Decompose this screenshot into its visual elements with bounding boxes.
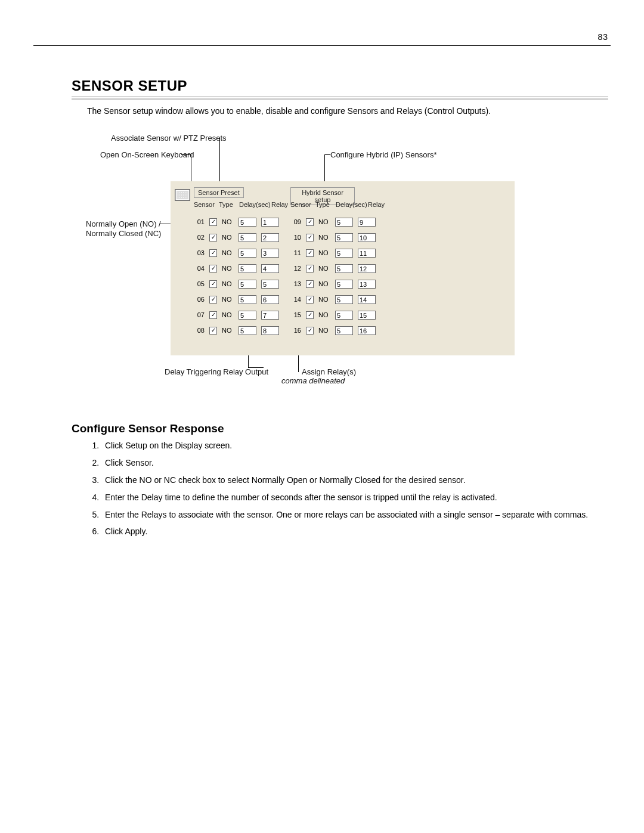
type-label: NO <box>222 327 234 334</box>
sensor-row: 10NO510 <box>290 230 395 245</box>
type-checkbox[interactable] <box>306 234 314 241</box>
callout-ptz: Associate Sensor w/ PTZ Presets <box>111 134 227 143</box>
delay-input[interactable]: 5 <box>239 249 256 258</box>
relay-input[interactable]: 4 <box>261 264 279 273</box>
type-checkbox[interactable] <box>209 311 217 319</box>
callout-keyboard: Open On-Screen Keyboard <box>100 150 194 159</box>
hdr-type: Type <box>219 201 239 208</box>
keyboard-icon[interactable] <box>175 189 190 201</box>
column-headers-left: Sensor Type Delay(sec) Relay <box>194 201 292 208</box>
relay-input[interactable]: 3 <box>261 249 279 258</box>
sensor-row: 14NO514 <box>290 292 395 307</box>
type-checkbox[interactable] <box>306 265 314 272</box>
hdr-delay: Delay(sec) <box>336 201 368 208</box>
relay-input[interactable]: 1 <box>261 218 279 227</box>
type-label: NO <box>318 218 330 225</box>
sensor-row: 04NO54 <box>194 261 298 276</box>
relay-input[interactable]: 9 <box>358 218 376 227</box>
delay-input[interactable]: 5 <box>239 326 256 335</box>
callout-line <box>181 154 191 155</box>
relay-input[interactable]: 16 <box>358 326 376 335</box>
sensor-row: 15NO515 <box>290 307 395 323</box>
relay-input[interactable]: 6 <box>261 295 279 304</box>
relay-input[interactable]: 14 <box>358 295 376 304</box>
header-rule <box>33 45 611 46</box>
sensor-id: 03 <box>194 249 205 256</box>
delay-input[interactable]: 5 <box>239 264 256 273</box>
sensor-id: 16 <box>290 327 301 334</box>
sensor-id: 01 <box>194 218 205 225</box>
type-checkbox[interactable] <box>306 249 314 257</box>
hdr-relay: Relay <box>368 201 388 208</box>
delay-input[interactable]: 5 <box>239 280 256 289</box>
type-label: NO <box>222 249 234 256</box>
callout-no-nc-2: Normally Closed (NC) <box>86 229 161 238</box>
delay-input[interactable]: 5 <box>335 249 353 258</box>
type-checkbox[interactable] <box>306 218 314 226</box>
page-title: SENSOR SETUP <box>72 78 608 94</box>
step-item: Enter the Relays to associate with the s… <box>101 509 608 521</box>
delay-input[interactable]: 5 <box>335 233 353 242</box>
intro-text: The Sensor setup window allows you to en… <box>87 106 608 116</box>
delay-input[interactable]: 5 <box>239 233 256 242</box>
type-checkbox[interactable] <box>306 296 314 304</box>
sensor-id: 08 <box>194 327 205 334</box>
type-checkbox[interactable] <box>209 218 217 226</box>
type-label: NO <box>318 249 330 256</box>
callout-assign-relay: Assign Relay(s) <box>302 367 356 376</box>
sensor-setup-diagram: Associate Sensor w/ PTZ Presets Open On-… <box>87 134 608 408</box>
steps-list: Click Setup on the Display screen.Click … <box>87 440 608 537</box>
delay-input[interactable]: 5 <box>239 218 256 227</box>
sensor-row: 08NO58 <box>194 323 298 338</box>
relay-input[interactable]: 10 <box>358 233 376 242</box>
type-label: NO <box>222 218 234 225</box>
relay-input[interactable]: 12 <box>358 264 376 273</box>
hdr-sensor: Sensor <box>194 201 219 208</box>
type-checkbox[interactable] <box>209 234 217 241</box>
delay-input[interactable]: 5 <box>335 280 353 289</box>
section-title: Configure Sensor Response <box>72 422 608 435</box>
type-label: NO <box>222 311 234 318</box>
relay-input[interactable]: 15 <box>358 311 376 320</box>
type-checkbox[interactable] <box>306 311 314 319</box>
type-label: NO <box>318 280 330 287</box>
sensor-row: 16NO516 <box>290 323 395 338</box>
type-label: NO <box>318 265 330 272</box>
delay-input[interactable]: 5 <box>335 218 353 227</box>
relay-input[interactable]: 8 <box>261 326 279 335</box>
relay-input[interactable]: 5 <box>261 280 279 289</box>
type-checkbox[interactable] <box>209 265 217 272</box>
type-checkbox[interactable] <box>209 280 217 288</box>
sensor-row: 01NO51 <box>194 214 298 230</box>
delay-input[interactable]: 5 <box>335 264 353 273</box>
sensor-id: 07 <box>194 311 205 318</box>
relay-input[interactable]: 7 <box>261 311 279 320</box>
delay-input[interactable]: 5 <box>239 295 256 304</box>
sensor-setup-panel: Sensor Preset Hybrid Sensor setup Sensor… <box>171 181 515 355</box>
delay-input[interactable]: 5 <box>335 295 353 304</box>
relay-input[interactable]: 2 <box>261 233 279 242</box>
delay-input[interactable]: 5 <box>335 326 353 335</box>
type-label: NO <box>222 280 234 287</box>
type-checkbox[interactable] <box>306 280 314 288</box>
title-rule <box>72 97 608 100</box>
type-checkbox[interactable] <box>209 249 217 257</box>
delay-input[interactable]: 5 <box>239 311 256 320</box>
sensor-row: 09NO59 <box>290 214 395 230</box>
sensor-id: 14 <box>290 296 301 303</box>
callout-line <box>219 138 220 185</box>
step-item: Click the NO or NC check box to select N… <box>101 475 608 486</box>
relay-input[interactable]: 11 <box>358 249 376 258</box>
type-label: NO <box>318 234 330 241</box>
sensor-row: 03NO53 <box>194 245 298 261</box>
type-checkbox[interactable] <box>306 327 314 335</box>
relay-input[interactable]: 13 <box>358 280 376 289</box>
sensor-preset-button[interactable]: Sensor Preset <box>194 187 244 198</box>
type-checkbox[interactable] <box>209 327 217 335</box>
delay-input[interactable]: 5 <box>335 311 353 320</box>
type-label: NO <box>318 327 330 334</box>
type-checkbox[interactable] <box>209 296 217 304</box>
step-item: Click Sensor. <box>101 457 608 469</box>
sensor-row: 06NO56 <box>194 292 298 307</box>
sensor-id: 04 <box>194 265 205 272</box>
